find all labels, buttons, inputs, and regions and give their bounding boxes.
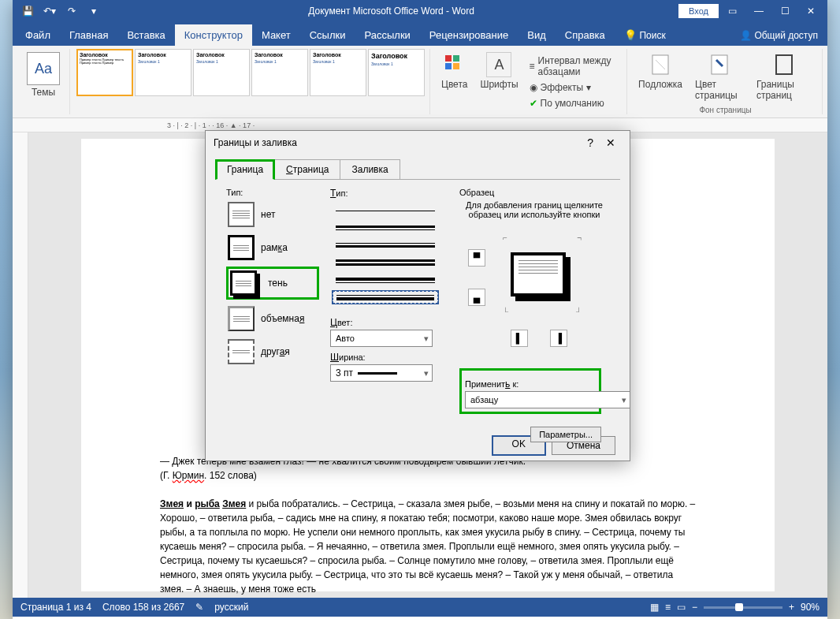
svg-rect-0 [445,55,452,62]
setting-box[interactable]: рамка [226,233,319,262]
svg-rect-1 [453,55,459,62]
apply-to-select[interactable]: абзацу [465,391,630,408]
gallery-item[interactable]: ЗаголовокЗаголовок 1 [193,49,250,96]
preview-sample [511,252,566,296]
tab-design[interactable]: Конструктор [175,24,252,46]
share-button[interactable]: 👤 Общий доступ [740,30,818,41]
fonts-button[interactable]: AШрифты [475,49,522,114]
tab-page-border[interactable]: Страница [274,159,340,180]
tab-shading[interactable]: Заливка [340,159,400,180]
status-proofing-icon[interactable]: ✎ [195,602,203,613]
colors-button[interactable]: Цвета [437,49,472,114]
tab-review[interactable]: Рецензирование [420,24,518,46]
preview-box[interactable]: ⌐ ¬ ▀ ▄ └ ┘ ▌ ▐ [463,229,605,355]
borders-icon [771,52,797,77]
tab-help[interactable]: Справка [556,24,615,46]
doc-text: Змея и рыба Змея и рыба побратались. – С… [160,497,696,596]
view-web-icon[interactable]: ▭ [677,602,686,613]
style-label: Тип: [330,188,448,199]
svg-rect-2 [445,63,452,69]
gallery-item[interactable]: ЗаголовокПример текста Пример текста При… [76,49,133,96]
zoom-out-icon[interactable]: − [692,602,697,613]
tab-references[interactable]: Ссылки [300,24,355,46]
vertical-ruler[interactable] [13,132,28,598]
svg-rect-7 [776,55,792,74]
paragraph-spacing-button[interactable]: ≡Интервал между абзацами [526,54,623,79]
doc-text: (Г. Юрмин. 152 слова) [160,468,696,483]
effects-icon: ◉ [530,82,537,93]
zoom-in-icon[interactable]: + [789,602,794,613]
tab-insert[interactable]: Вставка [117,24,174,46]
statusbar: Страница 1 из 4 Слово 158 из 2667 ✎ русс… [13,598,827,617]
effects-button[interactable]: ◉Эффекты▾ [526,80,623,95]
style-gallery[interactable]: ЗаголовокПример текста Пример текста При… [76,49,425,99]
ribbon-group-background: Фон страницы [634,106,817,114]
options-button[interactable]: Параметры... [530,427,601,442]
status-words[interactable]: Слово 158 из 2667 [102,602,184,613]
watermark-button[interactable]: Подложка [634,49,687,106]
width-label: Ширина: [330,352,448,363]
watermark-icon [648,52,673,77]
gallery-item[interactable]: ЗаголовокЗаголовок 1 [135,49,191,96]
close-icon[interactable]: ✕ [799,3,823,19]
titlebar: 💾 ↶▾ ↷ ▾ Документ Microsoft Office Word … [13,0,827,22]
ribbon: Aа Темы ЗаголовокПример текста Пример те… [13,46,827,118]
maximize-icon[interactable]: ☐ [773,3,797,19]
set-default-button[interactable]: ✔По умолчанию [526,96,623,110]
gallery-item[interactable]: ЗаголовокЗаголовок 1 [251,49,308,96]
tab-file[interactable]: Файл [16,24,60,46]
page-color-button[interactable]: Цвет страницы [690,49,749,106]
save-icon[interactable]: 💾 [17,2,38,21]
spacing-icon: ≡ [530,61,535,72]
preview-hint: Для добавления границ щелкните образец и… [459,200,609,219]
themes-button[interactable]: Aа Темы [22,49,65,114]
status-language[interactable]: русский [214,602,248,613]
dialog-title: Границы и заливка [214,137,297,148]
gallery-item[interactable]: ЗаголовокЗаголовок 1 [368,49,425,96]
page-borders-button[interactable]: Границы страниц [752,49,817,106]
undo-icon[interactable]: ↶▾ [39,2,60,21]
tab-view[interactable]: Вид [518,24,556,46]
signin-button[interactable]: Вход [678,4,719,18]
search-button[interactable]: 💡 Поиск [615,24,675,46]
zoom-slider[interactable] [704,606,782,609]
colors-icon [442,52,467,77]
svg-rect-3 [453,63,459,69]
tab-border[interactable]: Граница [215,159,275,180]
zoom-level[interactable]: 90% [801,602,820,613]
apply-label: Применить к: [465,378,596,390]
edge-left-button[interactable]: ▌ [511,330,528,347]
color-select[interactable]: Авто [330,330,433,347]
borders-dialog: Границы и заливка ? ✕ Граница Страница З… [205,130,630,461]
gallery-item[interactable]: ЗаголовокЗаголовок 1 [310,49,366,96]
tab-layout[interactable]: Макет [252,24,300,46]
fonts-icon: A [486,52,511,77]
setting-label: Тип: [226,188,319,197]
menu-tabs: Файл Главная Вставка Конструктор Макет С… [13,22,827,46]
qat-more-icon[interactable]: ▾ [84,2,104,21]
setting-custom[interactable]: другая [226,337,319,366]
setting-none[interactable]: нет [226,200,319,229]
themes-icon: Aа [27,52,60,85]
edge-right-button[interactable]: ▐ [550,330,567,347]
minimize-icon[interactable]: — [746,3,771,19]
page-color-icon [707,52,732,77]
setting-3d[interactable]: объемная [226,304,319,333]
tab-mailings[interactable]: Рассылки [355,24,419,46]
status-page[interactable]: Страница 1 из 4 [20,602,91,613]
setting-shadow[interactable]: тень [226,267,319,300]
help-icon[interactable]: ? [581,133,600,152]
width-select[interactable]: 3 пт [330,364,433,382]
ribbon-display-icon[interactable]: ▭ [720,3,745,19]
edge-top-button[interactable]: ▀ [468,249,485,267]
style-list[interactable] [330,202,440,306]
edge-bottom-button[interactable]: ▄ [468,289,485,306]
view-print-icon[interactable]: ≡ [665,602,671,613]
view-read-icon[interactable]: ▦ [650,602,659,613]
default-icon: ✔ [530,98,537,109]
tab-home[interactable]: Главная [60,24,117,46]
redo-icon[interactable]: ↷ [61,2,82,21]
window-title: Документ Microsoft Office Word - Word [104,6,678,17]
dialog-close-icon[interactable]: ✕ [600,133,622,152]
color-label: Цвет: [330,317,448,328]
